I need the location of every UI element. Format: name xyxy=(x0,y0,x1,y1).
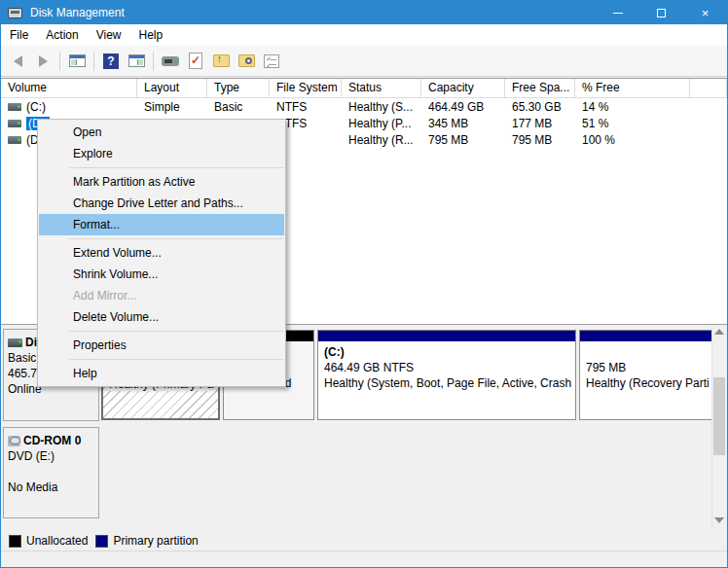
forward-icon xyxy=(39,55,48,67)
volume-icon xyxy=(8,103,21,111)
menu-item-format[interactable]: Format... xyxy=(39,214,284,235)
maximize-icon xyxy=(657,9,666,18)
window-title: Disk Management xyxy=(30,6,125,19)
close-button[interactable]: × xyxy=(683,1,727,24)
partition-name: (C:) xyxy=(324,344,575,360)
partition-c[interactable]: (C:) 464.49 GB NTFS Healthy (System, Boo… xyxy=(317,330,576,420)
cdrom-drive: DVD (E:) xyxy=(8,448,98,464)
col-capacity[interactable]: Capacity xyxy=(421,79,505,98)
scroll-down-icon[interactable] xyxy=(714,517,724,523)
menu-item-explore[interactable]: Explore xyxy=(39,143,284,164)
partition-status: Healthy (System, Boot, Page File, Active… xyxy=(324,375,575,391)
menu-help[interactable]: Help xyxy=(130,25,172,45)
cdrom-info-panel[interactable]: CD-ROM 0 DVD (E:) No Media xyxy=(3,427,99,518)
menu-file[interactable]: File xyxy=(1,25,37,45)
cdrom-icon xyxy=(8,436,20,446)
col-status[interactable]: Status xyxy=(342,79,421,98)
toolbar-separator xyxy=(59,52,60,71)
volume-icon xyxy=(8,120,21,127)
col-file-system[interactable]: File System xyxy=(270,79,342,98)
partition-color-bar xyxy=(318,331,575,341)
menu-item-extend-volume[interactable]: Extend Volume... xyxy=(39,242,284,264)
menu-item-add-mirror: Add Mirror... xyxy=(39,285,284,306)
vertical-scrollbar[interactable] xyxy=(711,325,726,527)
menu-separator xyxy=(38,164,285,171)
help-icon: ? xyxy=(103,53,119,69)
status-bar xyxy=(1,552,727,568)
menu-separator xyxy=(38,235,285,242)
legend-bar: Unallocated Primary partition xyxy=(1,531,727,551)
partition-recovery[interactable]: 795 MB Healthy (Recovery Parti xyxy=(579,330,712,420)
menu-item-delete-volume[interactable]: Delete Volume... xyxy=(39,306,284,328)
minimize-button[interactable] xyxy=(596,1,639,24)
menu-item-change-drive-letter[interactable]: Change Drive Letter and Paths... xyxy=(39,193,284,214)
menu-item-mark-partition-active[interactable]: Mark Partition as Active xyxy=(39,171,284,193)
col-free-space[interactable]: Free Spa... xyxy=(505,79,575,98)
cdrom-name: CD-ROM 0 xyxy=(23,433,81,448)
unallocated-swatch xyxy=(9,535,21,548)
task-list-button[interactable] xyxy=(260,50,283,73)
menu-action[interactable]: Action xyxy=(37,25,87,45)
cdrom-media: No Media xyxy=(8,479,98,495)
menu-view[interactable]: View xyxy=(88,25,130,45)
volume-table-header: Volume Layout Type File System Status Ca… xyxy=(1,79,727,98)
menu-separator xyxy=(38,328,285,335)
col-blank xyxy=(690,79,727,98)
help-button[interactable]: ? xyxy=(99,50,123,73)
forward-button[interactable] xyxy=(31,50,55,73)
legend-label: Primary partition xyxy=(113,534,198,548)
back-icon xyxy=(14,55,22,67)
disk-management-window: Disk Management × File Action View Help … xyxy=(0,0,728,568)
menubar: File Action View Help xyxy=(1,24,727,46)
toolbar: ? ✓ ↑ xyxy=(1,46,727,77)
col-layout[interactable]: Layout xyxy=(137,79,207,98)
hdd-icon xyxy=(8,338,22,347)
toolbar-separator xyxy=(93,52,94,71)
partition-status: Healthy (Recovery Parti xyxy=(586,375,711,391)
partition-color-bar xyxy=(580,331,711,341)
folder-search-button[interactable] xyxy=(235,50,258,73)
close-icon: × xyxy=(702,6,710,20)
volume-context-menu: Open Explore Mark Partition as Active Ch… xyxy=(37,119,286,387)
volume-name: (C:) xyxy=(26,100,46,114)
folder-up-icon: ↑ xyxy=(213,54,230,67)
col-pct-free[interactable]: % Free xyxy=(575,79,690,98)
partition-size: 795 MB xyxy=(586,360,711,375)
show-action-pane-button[interactable] xyxy=(125,50,148,73)
scroll-up-icon[interactable] xyxy=(714,329,724,335)
table-row[interactable]: (C:) Simple Basic NTFS Healthy (S... 464… xyxy=(1,98,727,115)
menu-separator xyxy=(38,356,285,363)
volume-icon xyxy=(8,136,21,144)
primary-partition-swatch xyxy=(95,535,108,548)
minimize-icon xyxy=(613,13,623,14)
action-pane-icon xyxy=(128,54,145,67)
folder-up-button[interactable]: ↑ xyxy=(209,50,233,73)
titlebar: Disk Management × xyxy=(1,1,727,24)
legend-label: Unallocated xyxy=(26,534,88,548)
folder-search-icon xyxy=(238,54,255,67)
scrollbar-thumb[interactable] xyxy=(713,377,725,455)
menu-item-shrink-volume[interactable]: Shrink Volume... xyxy=(39,264,284,285)
col-type[interactable]: Type xyxy=(207,79,270,98)
device-manager-button[interactable] xyxy=(159,50,182,73)
app-icon xyxy=(8,8,22,18)
show-console-tree-button[interactable] xyxy=(65,50,89,73)
menu-item-properties[interactable]: Properties xyxy=(39,335,284,356)
menu-item-help[interactable]: Help xyxy=(39,363,284,384)
device-manager-icon xyxy=(162,56,179,66)
console-tree-icon xyxy=(69,54,86,67)
check-document-icon: ✓ xyxy=(189,53,202,69)
check-document-button[interactable]: ✓ xyxy=(184,50,207,73)
maximize-button[interactable] xyxy=(639,1,683,24)
toolbar-separator xyxy=(153,52,154,71)
partition-size: 464.49 GB NTFS xyxy=(324,360,575,375)
back-button[interactable] xyxy=(6,50,29,73)
menu-item-open[interactable]: Open xyxy=(39,122,284,143)
col-volume[interactable]: Volume xyxy=(1,79,137,98)
task-list-icon xyxy=(264,54,279,68)
